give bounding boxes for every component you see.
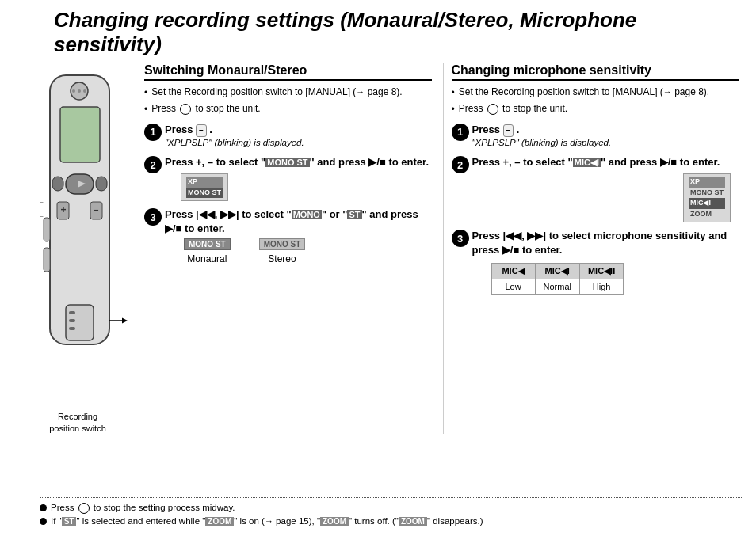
- microphone-section: Changing microphone sensitivity • Set th…: [443, 63, 743, 434]
- bottom-note-2: If "ST" is selected and entered while "Z…: [40, 516, 742, 526]
- switching-title: Switching Monaural/Stereo: [144, 63, 432, 81]
- device-area: + – – –: [14, 63, 141, 434]
- switching-bullet-2: • Press to stop the unit.: [144, 102, 432, 116]
- mic-step-2-content: Press +, – to select "MIC◀I" and press ▶…: [472, 155, 739, 222]
- svg-rect-18: [44, 218, 50, 241]
- mic-step-2: 2 Press +, – to select "MIC◀I" and press…: [452, 155, 739, 222]
- svg-rect-15: [69, 311, 75, 314]
- mic-step-number-3: 3: [452, 230, 469, 247]
- microphone-bullets: • Set the Recording position switch to […: [452, 86, 739, 116]
- mic-step-3: 3 Press |◀◀, ▶▶| to select microphone se…: [452, 229, 739, 294]
- mic-bullet-2: • Press to stop the unit.: [452, 102, 739, 116]
- microphone-title: Changing microphone sensitivity: [452, 63, 739, 81]
- mic-bullet-dot-1: •: [452, 86, 455, 100]
- bottom-note-2-text: If "ST" is selected and entered while "Z…: [51, 516, 483, 526]
- monaural-label: Monaural: [187, 253, 227, 264]
- switching-step-3: 3 Press |◀◀, ▶▶| to select "MONO" or "ST…: [144, 207, 432, 264]
- switching-bullet-1-text: Set the Recording position switch to [MA…: [151, 86, 403, 99]
- mic-label-normal: Normal: [535, 279, 579, 294]
- st-tag: ST: [347, 210, 361, 219]
- mic-bullet-dot-2: •: [452, 103, 455, 116]
- sections-area: Switching Monaural/Stereo • Set the Reco…: [141, 63, 742, 434]
- switching-bullets: • Set the Recording position switch to […: [144, 86, 432, 116]
- mic-label-high: High: [579, 279, 623, 294]
- mic-label-low: Low: [491, 279, 535, 294]
- mono-tag-2: MONO: [292, 210, 322, 219]
- svg-rect-14: [66, 305, 94, 340]
- mic-step-3-text: Press |◀◀, ▶▶| to select microphone sens…: [472, 229, 739, 257]
- mic-step-2-text: Press +, – to select "MIC◀I" and press ▶…: [472, 155, 739, 169]
- switching-bullet-1: • Set the Recording position switch to […: [144, 86, 432, 100]
- step-1-subtext: "XPLPSLP" (blinking) is displayed.: [165, 137, 432, 149]
- svg-text:+: +: [60, 204, 66, 215]
- step-number-3: 3: [144, 208, 162, 226]
- display-box-step2: XP MONO ST: [181, 173, 432, 201]
- svg-rect-1: [60, 107, 100, 162]
- step-number-1: 1: [144, 124, 162, 141]
- note-bullet-2: [40, 518, 47, 525]
- mic-header-low: MIC◀: [491, 263, 535, 279]
- bottom-note-1: Press to stop the setting process midway…: [40, 503, 742, 514]
- mic-step-1-content: Press – . "XPLPSLP" (blinking) is displa…: [472, 123, 739, 149]
- step-number-2: 2: [144, 156, 162, 173]
- mic-sensitivity-table: MIC◀ MIC◀I MIC◀II Low Normal High: [491, 263, 624, 295]
- step-1-text: Press – .: [165, 123, 432, 137]
- page-title: Changing recording settings (Monaural/St…: [54, 8, 742, 57]
- monaural-item: MONO ST Monaural: [184, 238, 231, 264]
- step-2-content: Press +, – to select "MONO ST" and press…: [165, 155, 432, 201]
- switching-bullet-2-text: Press to stop the unit.: [151, 102, 260, 116]
- svg-rect-8: [52, 177, 63, 191]
- svg-rect-16: [69, 319, 75, 322]
- svg-rect-17: [69, 327, 75, 330]
- mic-step-3-content: Press |◀◀, ▶▶| to select microphone sens…: [472, 229, 739, 294]
- mic-step-number-2: 2: [452, 156, 469, 173]
- mic-menu-button: –: [503, 124, 514, 137]
- switching-step-2: 2 Press +, – to select "MONO ST" and pre…: [144, 155, 432, 201]
- mic-bullet-2-text: Press to stop the unit.: [459, 102, 567, 116]
- step-3-text: Press |◀◀, ▶▶| to select "MONO" or "ST" …: [165, 207, 432, 236]
- step-3-content: Press |◀◀, ▶▶| to select "MONO" or "ST" …: [165, 207, 432, 264]
- switching-section: Switching Monaural/Stereo • Set the Reco…: [141, 63, 435, 434]
- mic-bullet-1-text: Set the Recording position switch to [MA…: [459, 86, 710, 99]
- mono-stereo-display: MONO ST Monaural MONO ST Stereo: [184, 238, 432, 264]
- mic-header-normal: MIC◀I: [535, 263, 579, 279]
- mic-step-1-subtext: "XPLPSLP" (blinking) is displayed.: [472, 137, 739, 149]
- bottom-note-1-text: Press to stop the setting process midway…: [51, 503, 235, 514]
- svg-point-5: [83, 89, 86, 93]
- mic-header-high: MIC◀II: [579, 263, 623, 279]
- svg-text:–: –: [94, 204, 99, 215]
- mic-display-box: XP MONO ST MIC◀I – ZOOM: [683, 173, 731, 222]
- mic-step-1: 1 Press – . "XPLPSLP" (blinking) is disp…: [452, 123, 739, 149]
- svg-text:–: –: [40, 198, 44, 205]
- mic-tag: MIC◀I: [573, 158, 601, 167]
- svg-point-4: [78, 89, 81, 93]
- menu-button-icon: –: [196, 124, 207, 137]
- svg-point-3: [72, 89, 75, 93]
- mic-step-number-1: 1: [452, 124, 469, 141]
- step-2-text: Press +, – to select "MONO ST" and press…: [165, 155, 432, 169]
- bullet-dot-1: •: [144, 86, 147, 100]
- bullet-dot-2: •: [144, 103, 147, 116]
- svg-rect-19: [44, 248, 50, 272]
- switching-step-1: 1 Press – . "XPLPSLP" (blinking) is disp…: [144, 123, 432, 149]
- mic-bullet-1: • Set the Recording position switch to […: [452, 86, 739, 100]
- stereo-item: MONO ST Stereo: [259, 238, 306, 264]
- device-illustration: + – – –: [22, 67, 133, 408]
- note-bullet-1: [40, 504, 47, 511]
- svg-rect-9: [96, 177, 107, 191]
- mono-tag: MONO ST: [265, 158, 309, 167]
- step-1-content: Press – . "XPLPSLP" (blinking) is displa…: [165, 123, 432, 149]
- recording-position-label: Recording position switch: [22, 411, 133, 434]
- mic-step-1-text: Press – .: [472, 123, 739, 137]
- svg-text:–: –: [40, 212, 44, 219]
- stereo-label: Stereo: [268, 253, 296, 264]
- device-label-area: Recording position switch: [22, 411, 133, 434]
- bottom-notes: Press to stop the setting process midway…: [40, 497, 742, 528]
